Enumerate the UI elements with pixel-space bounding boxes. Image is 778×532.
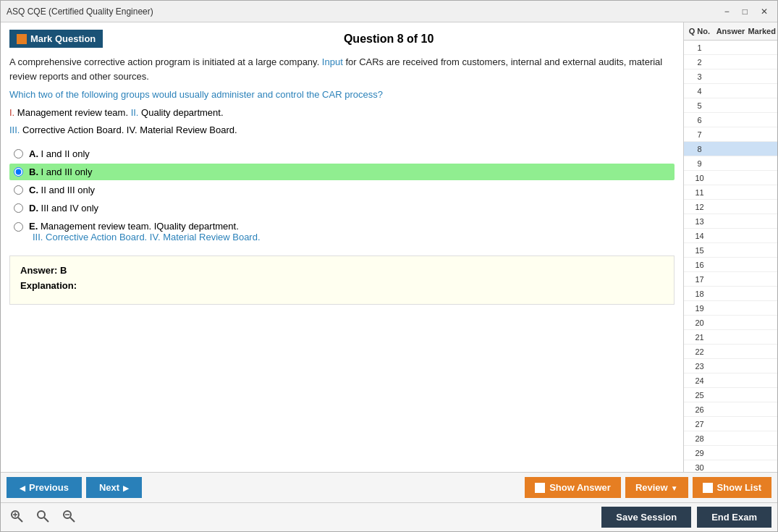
sidebar-row[interactable]: 3: [684, 69, 777, 84]
option-c[interactable]: C. II and III only: [9, 182, 675, 198]
main-window: ASQ CQE (Certified Quality Engineer) − □…: [0, 0, 778, 532]
sidebar-row[interactable]: 12: [684, 200, 777, 214]
sidebar-cell-qno: 14: [684, 230, 715, 242]
svg-line-7: [70, 518, 75, 522]
sidebar-cell-answer: [715, 466, 746, 469]
second-toolbar: Save Session End Exam: [1, 502, 777, 531]
sidebar-row[interactable]: 1: [684, 41, 777, 55]
sidebar-cell-answer: [715, 350, 746, 353]
option-a[interactable]: A. I and II only: [9, 145, 675, 162]
sidebar-row[interactable]: 16: [684, 258, 777, 272]
sidebar-row[interactable]: 8: [684, 142, 777, 156]
save-session-button[interactable]: Save Session: [601, 507, 691, 528]
sidebar-row[interactable]: 29: [684, 446, 777, 460]
sidebar-row[interactable]: 7: [684, 127, 777, 142]
sidebar-row[interactable]: 21: [684, 330, 777, 345]
sidebar-row[interactable]: 11: [684, 185, 777, 200]
sidebar-cell-marked: [746, 148, 777, 151]
sidebar-cell-answer: [715, 133, 746, 136]
sidebar-cell-marked: [746, 292, 777, 295]
sidebar-cell-marked: [746, 177, 777, 180]
radio-b[interactable]: [14, 167, 23, 177]
sidebar-row[interactable]: 22: [684, 345, 777, 359]
sidebar-cell-qno: 24: [684, 375, 715, 387]
sidebar-cell-answer: [715, 452, 746, 455]
sidebar-cell-marked: [746, 104, 777, 107]
sidebar-cell-qno: 1: [684, 42, 715, 54]
sidebar-row[interactable]: 20: [684, 316, 777, 330]
sidebar-row[interactable]: 15: [684, 243, 777, 258]
zoom-in-button[interactable]: [7, 507, 27, 528]
sidebar-row[interactable]: 30: [684, 460, 777, 472]
sidebar-row[interactable]: 6: [684, 113, 777, 127]
option-b[interactable]: B. I and III only: [9, 164, 675, 180]
svg-line-1: [18, 518, 22, 522]
sidebar-cell-answer: [715, 278, 746, 281]
radio-c[interactable]: [14, 185, 23, 195]
next-button[interactable]: Next: [86, 477, 142, 498]
option-a-label: A. I and II only: [29, 148, 90, 159]
sidebar-cell-marked: [746, 235, 777, 237]
radio-d[interactable]: [14, 203, 23, 213]
sidebar-row[interactable]: 2: [684, 55, 777, 69]
sidebar-row[interactable]: 13: [684, 214, 777, 229]
sidebar-cell-qno: 20: [684, 317, 715, 329]
show-answer-button[interactable]: Show Answer: [525, 477, 621, 498]
sidebar-row[interactable]: 19: [684, 301, 777, 316]
main-panel: Mark Question Question 8 of 10 A compreh…: [1, 22, 683, 472]
zoom-reset-button[interactable]: [33, 507, 53, 528]
sidebar-row[interactable]: 9: [684, 156, 777, 171]
sidebar-row[interactable]: 5: [684, 98, 777, 113]
sidebar-row[interactable]: 10: [684, 171, 777, 185]
option-e-label: E. Management review team. IQuality depa…: [29, 221, 239, 232]
roman-2: II.: [131, 107, 139, 118]
zoom-out-button[interactable]: [59, 507, 79, 528]
sidebar-cell-marked: [746, 206, 777, 208]
radio-e[interactable]: [14, 222, 23, 232]
sidebar-row[interactable]: 27: [684, 417, 777, 431]
previous-button[interactable]: Previous: [7, 477, 82, 498]
sidebar-cell-answer: [715, 365, 746, 368]
question-ask: Which two of the following groups would …: [9, 89, 675, 100]
sidebar-cell-answer: [715, 75, 746, 78]
sidebar-cell-marked: [746, 336, 777, 339]
option-line-1: I. Management review team. II. Quality d…: [9, 106, 675, 120]
sidebar-cell-answer: [715, 437, 746, 440]
sidebar-row[interactable]: 14: [684, 229, 777, 243]
sidebar-cell-answer: [715, 307, 746, 310]
sidebar-cell-qno: 28: [684, 433, 715, 444]
answer-label: Answer: B: [20, 265, 664, 276]
sidebar-cell-qno: 19: [684, 303, 715, 314]
sidebar-row[interactable]: 18: [684, 287, 777, 301]
sidebar-row[interactable]: 26: [684, 402, 777, 417]
sidebar-cell-qno: 9: [684, 158, 715, 169]
minimize-button[interactable]: −: [721, 5, 733, 18]
sidebar-cell-marked: [746, 61, 777, 64]
mark-icon: [17, 34, 27, 44]
maximize-button[interactable]: □: [739, 5, 751, 18]
answer-box: Answer: B Explanation:: [9, 256, 675, 305]
show-list-check-icon: [703, 483, 713, 493]
sidebar-cell-marked: [746, 437, 777, 440]
option-e[interactable]: E. Management review team. IQuality depa…: [9, 218, 675, 245]
sidebar-cell-marked: [746, 321, 777, 324]
end-exam-button[interactable]: End Exam: [697, 507, 771, 528]
sidebar-row[interactable]: 23: [684, 359, 777, 373]
sidebar-row[interactable]: 28: [684, 431, 777, 446]
sidebar-cell-answer: [715, 119, 746, 122]
sidebar-col-marked: Marked: [746, 25, 777, 37]
review-button[interactable]: Review: [625, 477, 688, 498]
sidebar-row[interactable]: 25: [684, 388, 777, 402]
sidebar-row[interactable]: 17: [684, 272, 777, 287]
sidebar-cell-answer: [715, 177, 746, 180]
sidebar-row[interactable]: 4: [684, 84, 777, 98]
sidebar-cell-marked: [746, 394, 777, 397]
sidebar-row[interactable]: 24: [684, 373, 777, 388]
sidebar-cell-marked: [746, 220, 777, 223]
show-list-button[interactable]: Show List: [693, 477, 771, 498]
option-d[interactable]: D. III and IV only: [9, 200, 675, 216]
radio-a[interactable]: [14, 149, 23, 159]
next-arrow-icon: [123, 482, 129, 493]
close-button[interactable]: ✕: [757, 5, 771, 18]
mark-question-button[interactable]: Mark Question: [9, 30, 103, 48]
